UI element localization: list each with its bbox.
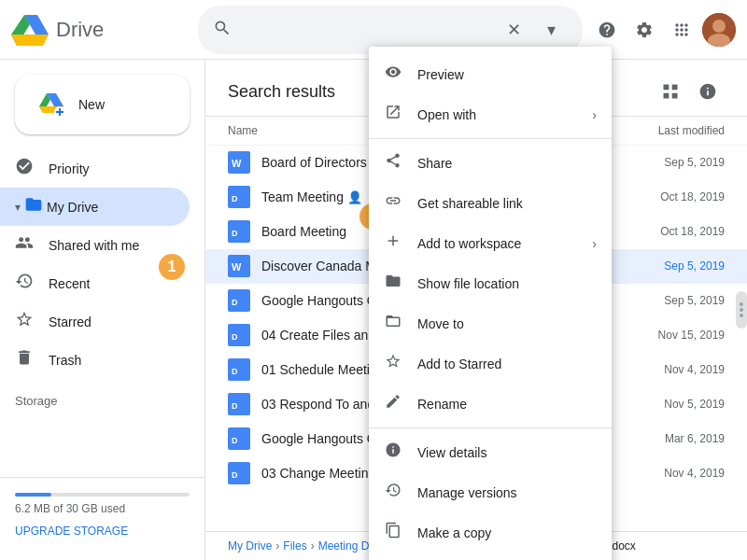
storage-label: Storage <box>15 394 58 408</box>
menu-item-add-starred[interactable]: Add to Starred <box>369 343 612 384</box>
grid-view-button[interactable] <box>654 75 687 108</box>
recent-icon <box>15 272 34 295</box>
search-dropdown-button[interactable]: ▾ <box>534 13 568 47</box>
storage-section: 6.2 MB of 30 GB used UPGRADE STORAGE <box>0 477 204 553</box>
svg-text:D: D <box>232 298 238 307</box>
app-name: Drive <box>56 18 104 42</box>
file-modified: Sep 5, 2019 <box>613 259 725 273</box>
menu-item-make-copy[interactable]: Make a copy <box>369 512 612 553</box>
menu-item-label: Make a copy <box>417 525 491 540</box>
menu-item-label: Add to workspace <box>417 236 521 251</box>
content-title: Search results <box>228 82 335 102</box>
badge-1: 1 <box>159 254 185 280</box>
share-icon <box>384 152 402 174</box>
new-button[interactable]: New <box>15 75 190 134</box>
submenu-arrow-icon: › <box>592 107 597 122</box>
sidebar-item-label: Recent <box>49 276 90 291</box>
svg-text:W: W <box>232 158 242 169</box>
menu-item-label: Move to <box>417 316 464 331</box>
menu-item-label: Share <box>417 156 452 171</box>
svg-text:D: D <box>232 470 238 480</box>
workspace-icon <box>384 232 402 254</box>
file-modified: Nov 4, 2019 <box>613 363 725 376</box>
menu-item-move-to[interactable]: Move to <box>369 303 612 343</box>
search-input[interactable]: meeting <box>239 21 489 38</box>
sidebar: New Priority ▾ My Drive Shared with me <box>0 60 205 560</box>
file-modified: Sep 5, 2019 <box>613 156 725 169</box>
svg-text:W: W <box>232 261 242 273</box>
menu-item-rename[interactable]: Rename <box>369 384 612 424</box>
upgrade-storage-button[interactable]: UPGRADE STORAGE <box>15 525 128 538</box>
menu-item-share[interactable]: Share <box>369 143 612 183</box>
my-drive-icon <box>24 195 43 218</box>
sidebar-item-priority[interactable]: Priority <box>0 149 190 188</box>
file-modified: Sep 5, 2019 <box>613 294 725 307</box>
copy-icon <box>384 522 402 543</box>
link-icon <box>384 192 402 214</box>
move-icon <box>384 313 402 334</box>
settings-button[interactable] <box>627 13 661 47</box>
menu-item-preview[interactable]: Preview <box>369 54 612 94</box>
menu-divider <box>369 427 612 428</box>
file-modified: Nov 5, 2019 <box>613 398 725 411</box>
view-toggle <box>654 75 725 108</box>
info-button[interactable] <box>691 75 725 108</box>
menu-item-label: Open with <box>417 107 476 122</box>
sidebar-item-label: Trash <box>49 353 81 368</box>
clear-search-button[interactable]: ✕ <box>497 13 530 47</box>
sidebar-item-trash[interactable]: Trash <box>0 341 190 379</box>
menu-item-show-location[interactable]: Show file location <box>369 263 612 303</box>
menu-divider <box>369 138 612 139</box>
logo-area: Drive <box>11 11 198 49</box>
starred-icon <box>15 310 34 333</box>
menu-item-report-abuse[interactable]: Report abuse <box>369 553 612 560</box>
sidebar-item-label: Starred <box>49 315 92 329</box>
sidebar-item-starred[interactable]: Starred <box>0 302 190 341</box>
svg-point-5 <box>712 20 726 33</box>
menu-item-label: Preview <box>417 67 464 82</box>
storage-bar-fill <box>15 493 51 497</box>
menu-item-open-with[interactable]: Open with › <box>369 94 612 134</box>
help-button[interactable] <box>590 13 624 47</box>
menu-item-view-details[interactable]: View details <box>369 432 612 472</box>
file-modified: Nov 15, 2019 <box>613 329 725 342</box>
menu-item-label: View details <box>417 445 486 460</box>
storage-bar-bg <box>15 493 190 497</box>
storage-usage-text: 6.2 MB of 30 GB used <box>15 502 190 515</box>
submenu-arrow-icon: › <box>592 236 597 251</box>
priority-icon <box>15 157 34 180</box>
trash-icon <box>15 348 34 371</box>
context-menu: Preview Open with › Share Get shareable … <box>369 47 612 560</box>
breadcrumb-my-drive[interactable]: My Drive <box>228 539 272 553</box>
svg-point-36 <box>740 302 743 306</box>
header-right <box>590 13 736 47</box>
menu-item-add-workspace[interactable]: Add to workspace › <box>369 223 612 263</box>
storage-header: Storage <box>15 394 204 408</box>
rename-icon <box>384 393 402 414</box>
menu-item-get-link[interactable]: Get shareable link <box>369 183 612 223</box>
new-button-label: New <box>78 97 105 112</box>
breadcrumb-files[interactable]: Files <box>283 539 306 553</box>
svg-text:D: D <box>232 436 238 445</box>
avatar[interactable] <box>702 13 736 47</box>
preview-icon <box>384 63 402 85</box>
col-modified-header: Last modified <box>613 124 725 137</box>
menu-item-label: Add to Starred <box>417 357 501 371</box>
svg-marker-3 <box>11 35 49 46</box>
svg-text:D: D <box>232 194 238 203</box>
resize-handle[interactable] <box>736 291 747 329</box>
sidebar-item-my-drive[interactable]: ▾ My Drive <box>0 188 190 226</box>
star-icon <box>384 353 402 374</box>
file-modified: Oct 18, 2019 <box>613 190 725 203</box>
menu-item-label: Rename <box>417 397 467 412</box>
svg-point-37 <box>740 308 743 312</box>
sidebar-item-label: My Drive <box>47 200 98 215</box>
menu-item-label: Manage versions <box>417 485 517 500</box>
svg-text:D: D <box>232 332 238 342</box>
menu-item-manage-versions[interactable]: Manage versions <box>369 472 612 512</box>
chevron-down-icon: ▾ <box>15 201 21 214</box>
details-icon <box>384 441 402 463</box>
apps-button[interactable] <box>665 13 698 47</box>
versions-icon <box>384 482 402 503</box>
svg-text:D: D <box>232 401 238 411</box>
